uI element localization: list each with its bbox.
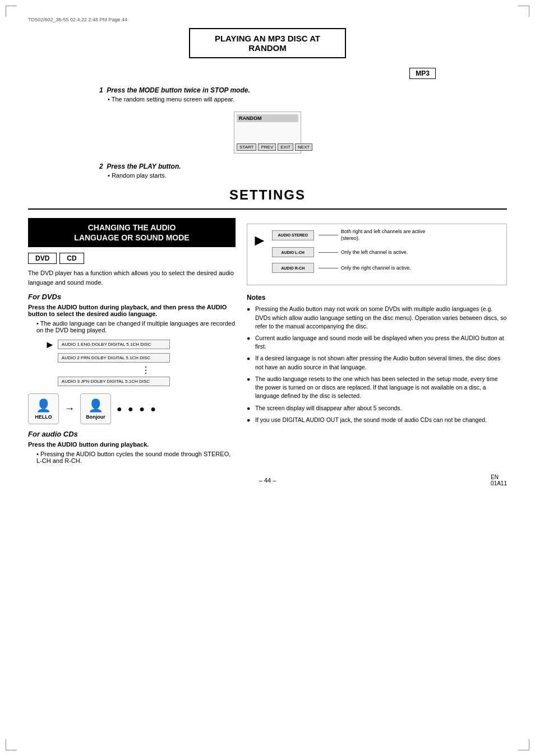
mode-annotation-lch: Only the left channel is active.: [319, 249, 408, 256]
lang-arrow: →: [64, 403, 75, 415]
note-item-3: ● If a desired language is not shown aft…: [247, 354, 507, 371]
settings-divider: [28, 208, 507, 210]
step2-bullet: Random play starts.: [108, 172, 436, 179]
doc-code: 01A11: [491, 480, 507, 486]
annot-text-lch: Only the left channel is active.: [341, 249, 408, 256]
for-audio-cds-bullet: Pressing the AUDIO button cycles the sou…: [36, 451, 236, 464]
notes-section: Notes ● Pressing the Audio button may no…: [247, 294, 507, 424]
for-dvds-bullet: The audio language can be changed if mul…: [36, 320, 236, 333]
mode-entry-stereo: AUDIO STEREO Both right and left channel…: [272, 229, 502, 242]
note-bullet-3: ●: [247, 354, 252, 371]
diagram-arrow-container: ► AUDIO STEREO Both right and left chann…: [252, 229, 502, 277]
note-bullet-1: ●: [247, 305, 252, 331]
random-menu-content: [237, 124, 298, 141]
person-from-icon: 👤: [36, 398, 51, 413]
random-btn-prev: PREV: [258, 143, 276, 151]
page-number: – 44 –: [259, 477, 276, 484]
mode-rows: AUDIO STEREO Both right and left channel…: [272, 229, 502, 277]
lang-change-illustration: 👤 HELLO → 👤 Bonjour ● ● ● ●: [28, 393, 236, 424]
annot-line-stereo: [319, 235, 338, 235]
format-badges: DVD CD: [28, 253, 236, 264]
page-footer: – 44 – EN 01A11: [28, 477, 507, 484]
for-audio-cds-section: For audio CDs Press the AUDIO button dur…: [28, 430, 236, 464]
note-text-3: If a desired language is not shown after…: [255, 354, 507, 371]
note-item-6: ● If you use DIGITAL AUDIO OUT jack, the…: [247, 416, 507, 424]
annot-text-stereo: Both right and left channels are active …: [341, 229, 431, 242]
step1-num: 1 Press the MODE button twice in STOP mo…: [99, 86, 436, 94]
person-to-icon: 👤: [88, 398, 103, 413]
note-item-1: ● Pressing the Audio button may not work…: [247, 305, 507, 331]
person-from-label: HELLO: [35, 414, 52, 420]
cd-badge: CD: [59, 253, 84, 264]
right-column: ► AUDIO STEREO Both right and left chann…: [247, 218, 507, 466]
audio-title-line1: CHANGING THE AUDIO: [36, 222, 228, 233]
for-audio-cds-instruction: Press the AUDIO button during playback.: [28, 441, 236, 448]
note-text-5: The screen display will disappear after …: [255, 404, 402, 412]
note-text-4: The audio language resets to the one whi…: [255, 375, 507, 401]
page: TD502/602_36-55 02.4.22 2:48 PM Page 44 …: [0, 0, 535, 756]
step1-bullet: The random setting menu screen will appe…: [108, 96, 436, 103]
mode-annotation-stereo: Both right and left channels are active …: [319, 229, 431, 242]
for-dvds-instruction: Press the AUDIO button during playback, …: [28, 304, 236, 317]
mode-label-stereo: AUDIO STEREO: [272, 230, 314, 240]
for-audio-cds-heading: For audio CDs: [28, 430, 236, 438]
audio-desc: The DVD player has a function which allo…: [28, 268, 236, 287]
corner-mark-bl: [6, 739, 17, 750]
annot-line-lch: [319, 252, 338, 253]
corner-mark-tr: [518, 6, 529, 17]
mode-entry-lch: AUDIO L-CH Only the left channel is acti…: [272, 247, 502, 257]
settings-body: CHANGING THE AUDIO LANGUAGE OR SOUND MOD…: [28, 218, 507, 466]
left-column: CHANGING THE AUDIO LANGUAGE OR SOUND MOD…: [28, 218, 236, 466]
note-item-4: ● The audio language resets to the one w…: [247, 375, 507, 401]
random-btn-exit: EXIT: [278, 143, 293, 151]
mp3-section-title-box: PLAYING AN MP3 DISC AT RANDOM: [189, 28, 346, 58]
for-dvds-heading: For DVDs: [28, 293, 236, 301]
notes-title: Notes: [247, 294, 507, 302]
mp3-badge: MP3: [409, 68, 436, 79]
random-menu-buttons: START PREV EXIT NEXT: [237, 143, 298, 151]
mode-annotation-rch: Only the right channel is active.: [319, 265, 411, 272]
settings-title: SETTINGS: [28, 187, 507, 203]
random-btn-start: START: [237, 143, 256, 151]
person-to-label: Bonjour: [86, 414, 105, 420]
mp3-title: PLAYING AN MP3 DISC AT RANDOM: [199, 34, 336, 53]
page-code: EN 01A11: [491, 474, 507, 486]
person-to: 👤 Bonjour: [80, 393, 111, 424]
audio-section-title-box: CHANGING THE AUDIO LANGUAGE OR SOUND MOD…: [28, 218, 236, 247]
note-text-6: If you use DIGITAL AUDIO OUT jack, the s…: [255, 416, 487, 424]
dvd-menu-item-1: AUDIO 1 ENG DOLBY DIGITAL 5.1CH DISC: [58, 340, 170, 349]
lang-dots: ● ● ● ●: [117, 404, 158, 414]
step2-num: 2 Press the PLAY button.: [99, 163, 436, 170]
note-bullet-5: ●: [247, 404, 252, 412]
note-item-2: ● Current audio language and sound mode …: [247, 334, 507, 351]
dvd-menus-illustration: ► AUDIO 1 ENG DOLBY DIGITAL 5.1CH DISC ►…: [45, 339, 236, 388]
note-bullet-4: ●: [247, 375, 252, 401]
corner-mark-br: [518, 739, 529, 750]
note-item-5: ● The screen display will disappear afte…: [247, 404, 507, 412]
random-menu-screen: RANDOM START PREV EXIT NEXT: [234, 112, 301, 154]
note-text-2: Current audio language and sound mode wi…: [255, 334, 507, 351]
dvd-menu-item-2: AUDIO 2 FRN DOLBY DIGITAL 5.1CH DISC: [58, 353, 170, 363]
person-from: 👤 HELLO: [28, 393, 59, 424]
random-menu-title: RANDOM: [237, 114, 298, 122]
note-bullet-2: ●: [247, 334, 252, 351]
note-text-1: Pressing the Audio button may not work o…: [255, 305, 507, 331]
dvd-menu-item-3: AUDIO 3 JPN DOLBY DIGITAL 5.1CH DISC: [58, 377, 170, 386]
annot-text-rch: Only the right channel is active.: [341, 265, 411, 272]
dvd-badge: DVD: [28, 253, 57, 264]
lang-code: EN: [491, 474, 499, 480]
annot-line-rch: [319, 268, 338, 268]
dvd-menu-dots: ⋮: [56, 366, 236, 375]
page-meta: TD502/602_36-55 02.4.22 2:48 PM Page 44: [28, 17, 507, 22]
random-btn-next: NEXT: [295, 143, 312, 151]
audio-diagram: ► AUDIO STEREO Both right and left chann…: [247, 224, 507, 285]
audio-title-line2: LANGUAGE OR SOUND MODE: [36, 233, 228, 243]
corner-mark-tl: [6, 6, 17, 17]
mode-label-lch: AUDIO L-CH: [272, 247, 314, 257]
diagram-big-arrow: ►: [252, 231, 268, 249]
note-bullet-6: ●: [247, 416, 252, 424]
mode-label-rch: AUDIO R-CH: [272, 263, 314, 273]
mode-entry-rch: AUDIO R-CH Only the right channel is act…: [272, 263, 502, 273]
